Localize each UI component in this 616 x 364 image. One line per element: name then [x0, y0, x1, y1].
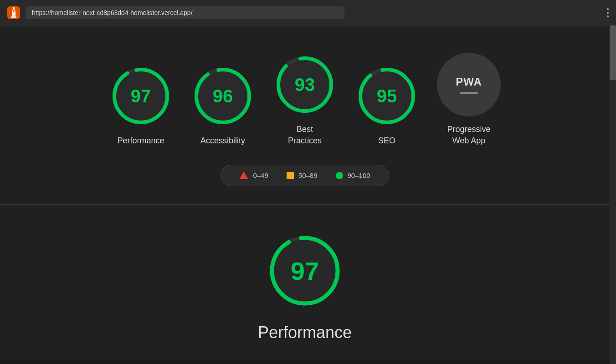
gauges-section: 97 Performance 96 Accessibility [0, 25, 610, 205]
gauge-label-performance: Performance [117, 135, 164, 147]
pwa-dash-icon [460, 92, 478, 94]
browser-chrome: https://homelister-next-cd8p63dd4-homeli… [0, 0, 616, 25]
gauge-circle-performance: 97 [109, 64, 173, 128]
address-bar[interactable]: https://homelister-next-cd8p63dd4-homeli… [26, 6, 344, 19]
svg-rect-2 [11, 16, 16, 18]
gauge-best-practices: 93 BestPractices [273, 53, 337, 147]
legend-item-orange: 50–89 [287, 172, 318, 179]
gauge-accessibility: 96 Accessibility [191, 64, 255, 147]
legend-item-red: 0–49 [239, 172, 268, 179]
gauge-circle-accessibility: 96 [191, 64, 255, 128]
gauge-performance: 97 Performance [109, 64, 173, 147]
legend: 0–49 50–89 90–100 [221, 165, 389, 186]
gauge-label-seo: SEO [378, 135, 395, 147]
svg-point-4 [13, 10, 15, 12]
scrollbar-thumb[interactable] [610, 25, 616, 80]
scrollbar[interactable] [610, 25, 616, 364]
triangle-icon [239, 172, 248, 179]
gauges-row: 97 Performance 96 Accessibility [109, 53, 501, 147]
gauge-value-best-practices: 93 [295, 75, 315, 95]
legend-range-red: 0–49 [253, 172, 268, 179]
gauge-value-accessibility: 96 [213, 86, 233, 106]
pwa-badge-text: PWA [456, 76, 482, 88]
gauge-label-accessibility: Accessibility [200, 135, 245, 147]
gauge-circle-best-practices: 93 [273, 53, 337, 116]
circle-icon [336, 172, 343, 179]
gauge-value-seo: 95 [377, 86, 397, 106]
detail-label: Performance [258, 323, 352, 342]
pwa-badge: PWA [437, 53, 501, 116]
gauge-value-performance: 97 [131, 86, 151, 106]
gauge-label-pwa: ProgressiveWeb App [447, 124, 490, 147]
gauge-seo: 95 SEO [355, 64, 419, 147]
square-icon [287, 172, 294, 179]
main-content: 97 Performance 96 Accessibility [0, 25, 610, 360]
lighthouse-icon [7, 6, 20, 19]
large-gauge-value: 97 [291, 256, 319, 286]
svg-rect-3 [13, 7, 15, 9]
legend-range-orange: 50–89 [298, 172, 318, 179]
gauge-pwa: PWA ProgressiveWeb App [437, 53, 501, 147]
large-gauge-container: 97 [266, 232, 344, 309]
gauge-label-best-practices: BestPractices [288, 124, 322, 147]
browser-menu-icon[interactable] [607, 8, 609, 17]
legend-item-green: 90–100 [336, 172, 370, 179]
legend-range-green: 90–100 [348, 172, 370, 179]
gauge-circle-seo: 95 [355, 64, 419, 128]
detail-section: 97 Performance [0, 205, 610, 360]
